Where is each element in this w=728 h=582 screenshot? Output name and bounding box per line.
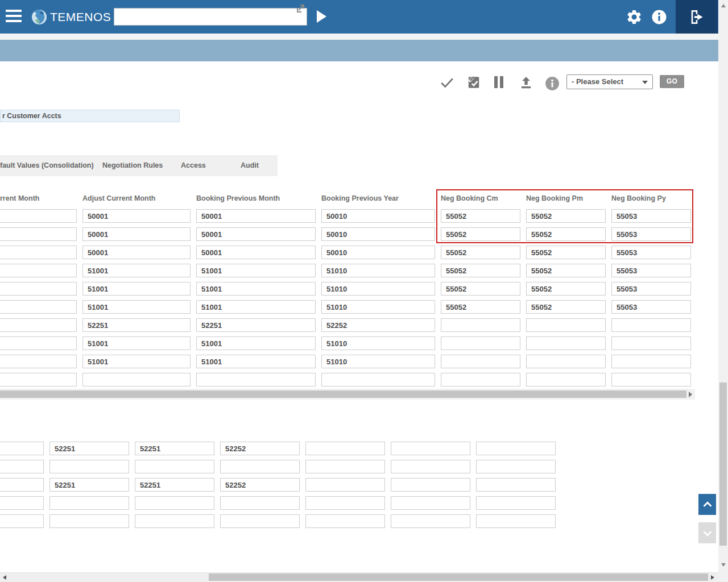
grid2-cell-r4-c1[interactable] [0, 496, 44, 510]
grid1-cell-r7-c2[interactable] [82, 318, 191, 332]
grid1-cell-r9-c2[interactable] [82, 355, 191, 368]
grid1-cell-r2-c3[interactable] [196, 227, 316, 241]
grid1-cell-r7-c5[interactable] [441, 318, 520, 332]
grid2-cell-r5-c4[interactable] [220, 514, 300, 528]
toolbar-info-icon[interactable] [545, 76, 560, 91]
grid1-cell-r1-c3[interactable] [196, 209, 316, 223]
grid1-cell-r10-c1[interactable] [0, 373, 77, 386]
grid1-cell-r10-c6[interactable] [526, 373, 606, 386]
grid-hscrollbar-thumb[interactable] [0, 390, 686, 398]
grid1-cell-r4-c2[interactable] [82, 264, 191, 277]
grid1-cell-r4-c7[interactable] [611, 264, 691, 277]
grid1-cell-r6-c3[interactable] [196, 300, 316, 314]
grid1-cell-r9-c7[interactable] [611, 355, 691, 368]
grid1-cell-r8-c3[interactable] [196, 336, 316, 350]
page-vscrollbar-down-arrow-icon[interactable] [721, 563, 726, 567]
scroll-to-bottom-button[interactable] [698, 522, 716, 543]
page-vscrollbar-thumb[interactable] [719, 383, 727, 546]
grid1-cell-r3-c1[interactable] [0, 246, 77, 259]
commit-check-icon[interactable] [440, 75, 454, 90]
play-icon[interactable] [317, 10, 326, 23]
grid2-cell-r5-c7[interactable] [476, 514, 556, 528]
page-hscrollbar-left-arrow-icon[interactable] [3, 575, 6, 580]
tab-negotiation-rules[interactable]: Negotiation Rules [102, 155, 163, 176]
grid2-cell-r2-c1[interactable] [0, 460, 44, 473]
grid1-cell-r6-c7[interactable] [611, 300, 691, 314]
grid1-cell-r2-c1[interactable] [0, 227, 77, 241]
grid2-cell-r1-c3[interactable] [135, 442, 214, 455]
grid1-cell-r3-c3[interactable] [196, 246, 316, 259]
grid2-cell-r3-c2[interactable] [49, 478, 129, 492]
grid2-cell-r1-c2[interactable] [49, 442, 129, 455]
grid1-cell-r4-c3[interactable] [196, 264, 316, 277]
grid1-cell-r1-c5[interactable] [441, 209, 520, 223]
grid1-cell-r7-c6[interactable] [526, 318, 606, 332]
grid2-cell-r4-c4[interactable] [220, 496, 300, 510]
grid1-cell-r1-c4[interactable] [321, 209, 435, 223]
grid2-cell-r4-c7[interactable] [476, 496, 556, 510]
grid2-cell-r1-c1[interactable] [0, 442, 44, 455]
grid1-cell-r7-c7[interactable] [611, 318, 691, 332]
grid2-cell-r3-c1[interactable] [0, 478, 44, 492]
grid2-cell-r2-c5[interactable] [305, 460, 385, 473]
grid1-cell-r8-c5[interactable] [441, 336, 520, 350]
grid1-cell-r6-c1[interactable] [0, 300, 77, 314]
grid2-cell-r4-c2[interactable] [49, 496, 129, 510]
grid1-cell-r4-c6[interactable] [526, 264, 606, 277]
action-select[interactable]: - Please Select [566, 74, 653, 89]
grid1-cell-r2-c6[interactable] [526, 227, 606, 241]
grid2-cell-r5-c5[interactable] [305, 514, 385, 528]
grid2-cell-r2-c7[interactable] [476, 460, 556, 473]
grid1-cell-r9-c6[interactable] [526, 355, 606, 368]
grid1-cell-r9-c1[interactable] [0, 355, 77, 368]
grid1-cell-r8-c2[interactable] [82, 336, 191, 350]
pause-icon[interactable] [494, 76, 506, 89]
info-icon[interactable] [651, 9, 668, 26]
arrow-up-right-corner-icon[interactable] [295, 3, 305, 14]
grid2-cell-r2-c3[interactable] [135, 460, 214, 473]
grid1-cell-r2-c2[interactable] [82, 227, 191, 241]
grid2-cell-r1-c6[interactable] [391, 442, 470, 455]
grid1-cell-r10-c3[interactable] [196, 373, 316, 386]
grid1-cell-r4-c5[interactable] [441, 264, 520, 277]
grid1-cell-r3-c7[interactable] [611, 246, 691, 259]
grid1-cell-r2-c5[interactable] [441, 227, 520, 241]
page-hscrollbar-right-arrow-icon[interactable] [711, 575, 714, 580]
grid1-cell-r3-c2[interactable] [82, 246, 191, 259]
grid1-cell-r6-c5[interactable] [441, 300, 520, 314]
grid1-cell-r6-c4[interactable] [321, 300, 435, 314]
grid1-cell-r7-c4[interactable] [321, 318, 435, 332]
grid1-cell-r10-c4[interactable] [321, 373, 435, 386]
doc-check-icon[interactable] [466, 75, 481, 90]
upload-icon[interactable] [519, 75, 533, 90]
grid1-cell-r10-c7[interactable] [611, 373, 691, 386]
grid2-cell-r4-c6[interactable] [391, 496, 470, 510]
grid2-cell-r4-c3[interactable] [135, 496, 214, 510]
grid1-cell-r8-c6[interactable] [526, 336, 606, 350]
grid1-cell-r6-c2[interactable] [82, 300, 191, 314]
grid2-cell-r4-c5[interactable] [305, 496, 385, 510]
grid2-cell-r2-c6[interactable] [391, 460, 470, 473]
grid2-cell-r3-c4[interactable] [220, 478, 300, 492]
grid1-cell-r5-c4[interactable] [321, 282, 435, 296]
grid1-cell-r1-c1[interactable] [0, 209, 77, 223]
grid2-cell-r5-c2[interactable] [49, 514, 129, 528]
command-input[interactable] [114, 8, 307, 26]
grid2-cell-r5-c6[interactable] [391, 514, 470, 528]
grid1-cell-r8-c1[interactable] [0, 336, 77, 350]
grid1-cell-r3-c4[interactable] [321, 246, 435, 259]
grid1-cell-r9-c4[interactable] [321, 355, 435, 368]
grid2-cell-r3-c6[interactable] [391, 478, 470, 492]
grid2-cell-r2-c2[interactable] [49, 460, 129, 473]
page-vscrollbar-up-arrow-icon[interactable] [721, 4, 726, 7]
grid2-cell-r5-c1[interactable] [0, 514, 44, 528]
grid1-cell-r7-c3[interactable] [196, 318, 316, 332]
page-hscrollbar-thumb[interactable] [209, 573, 708, 581]
grid1-cell-r1-c7[interactable] [611, 209, 691, 223]
grid2-cell-r1-c5[interactable] [305, 442, 385, 455]
menu-button[interactable] [6, 10, 22, 23]
tab-default-values-consolidation[interactable]: fault Values (Consolidation) [0, 155, 94, 176]
grid-hscrollbar-right-arrow-icon[interactable] [689, 392, 692, 397]
grid1-cell-r6-c6[interactable] [526, 300, 606, 314]
tab-access[interactable]: Access [181, 155, 206, 176]
